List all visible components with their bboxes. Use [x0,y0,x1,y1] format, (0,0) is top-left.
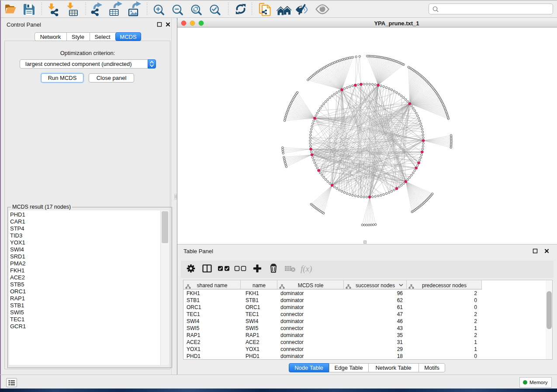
svg-text:f(x): f(x) [301,264,312,274]
